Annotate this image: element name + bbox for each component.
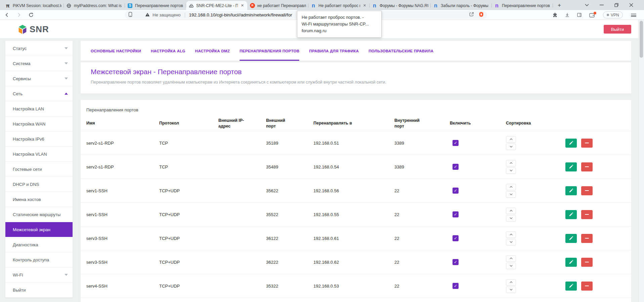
enable-checkbox[interactable]: ✓ bbox=[453, 164, 459, 170]
edit-button[interactable] bbox=[565, 210, 577, 219]
bookmark-icon[interactable] bbox=[128, 12, 132, 18]
enable-checkbox[interactable]: ✓ bbox=[453, 188, 459, 194]
sidebar-item-межсетевой-экран[interactable]: Межсетевой экран bbox=[5, 222, 73, 237]
cell-actions bbox=[553, 162, 631, 171]
remove-button[interactable] bbox=[581, 282, 593, 291]
sort-up-button[interactable] bbox=[506, 208, 516, 214]
nag-blue-favicon-icon: n bbox=[433, 3, 438, 8]
remove-button[interactable] bbox=[581, 258, 593, 267]
sidebar-item-диагностика[interactable]: Диагностика bbox=[5, 237, 73, 252]
restore-button[interactable] bbox=[609, 0, 624, 10]
sort-down-button[interactable] bbox=[506, 144, 516, 150]
browser-tab[interactable]: mylPaddress.com: What is my bbox=[64, 1, 125, 10]
sort-down-button[interactable] bbox=[506, 215, 516, 221]
sidebar-item-система[interactable]: Система bbox=[5, 56, 73, 71]
browser-tab[interactable]: n Не работает проброс п ✕ bbox=[308, 1, 370, 10]
sidebar-item-гостевые-сети[interactable]: Гостевые сети bbox=[5, 162, 73, 177]
firewall-tab[interactable]: ПРАВИЛА ДЛЯ ТРАФИКА bbox=[309, 41, 359, 61]
sidebar-item-сеть[interactable]: Сеть bbox=[5, 86, 73, 101]
back-icon[interactable] bbox=[3, 10, 11, 20]
security-status[interactable]: Не защищено bbox=[145, 12, 181, 18]
edit-button[interactable] bbox=[565, 162, 577, 171]
menu-icon[interactable] bbox=[631, 12, 636, 17]
sidebar-panel-icon[interactable] bbox=[575, 10, 583, 20]
cell-sort bbox=[506, 160, 553, 174]
browser-tab[interactable]: n Перенаправление портов bbox=[492, 1, 553, 10]
page-scrollbar[interactable] bbox=[638, 20, 644, 302]
sidebar-item-выйти[interactable]: Выйти bbox=[5, 283, 73, 298]
browser-tab[interactable]: π PiKVM Session: localhost.loc bbox=[3, 1, 64, 10]
edit-button[interactable] bbox=[565, 234, 577, 243]
share-icon[interactable] bbox=[469, 12, 474, 18]
chevron-icon bbox=[65, 62, 68, 64]
browser-tab[interactable]: n Форумы - Форумы NAG.RU bbox=[370, 1, 431, 10]
sidebar-item-настройка-ipv6[interactable]: Настройка IPv6 bbox=[5, 132, 73, 147]
firewall-tab[interactable]: НАСТРОЙКА DMZ bbox=[195, 41, 230, 61]
edit-button[interactable] bbox=[565, 186, 577, 195]
wallet-icon[interactable] bbox=[588, 10, 596, 20]
firewall-tab[interactable]: ОСНОВНЫЕ НАСТРОЙКИ bbox=[91, 41, 141, 61]
brave-shield-icon[interactable] bbox=[479, 12, 484, 18]
firewall-tab[interactable]: ПЕРЕНАПРАВЛЕНИЯ ПОРТОВ bbox=[240, 41, 299, 61]
firewall-tab[interactable]: ПОЛЬЗОВАТЕЛЬСКИЕ ПРАВИЛА bbox=[369, 41, 433, 61]
tab-search-chevron-icon[interactable] bbox=[579, 0, 594, 10]
vpn-button[interactable]: VPN bbox=[603, 11, 623, 18]
sort-down-button[interactable] bbox=[506, 287, 516, 293]
browser-tab[interactable]: n Забыли пароль - Форумы bbox=[431, 1, 492, 10]
tooltip-line-3: forum.nag.ru bbox=[302, 28, 377, 34]
sort-down-button[interactable] bbox=[506, 191, 516, 198]
firewall-tab[interactable]: НАСТРОЙКА ALG bbox=[151, 41, 185, 61]
minimize-button[interactable] bbox=[594, 0, 609, 10]
sidebar-item-имена-хостов[interactable]: Имена хостов bbox=[5, 192, 73, 207]
sidebar-item-статические-маршруты[interactable]: Статические маршруты bbox=[5, 207, 73, 222]
browser-tab[interactable]: SNR-CPE-ME2-Lite - Пе ✕ bbox=[186, 1, 247, 10]
new-tab-button[interactable]: + bbox=[555, 1, 564, 10]
remove-button[interactable] bbox=[581, 139, 593, 148]
sort-down-button[interactable] bbox=[506, 167, 516, 174]
sidebar-item-статус[interactable]: Статус bbox=[5, 41, 73, 56]
remove-button[interactable] bbox=[581, 186, 593, 195]
sort-up-button[interactable] bbox=[506, 160, 516, 166]
remove-button[interactable] bbox=[581, 162, 593, 171]
sidebar-item-настройка-vlan[interactable]: Настройка VLAN bbox=[5, 147, 73, 162]
browser-tab[interactable]: Я не работает Перенаправле bbox=[247, 1, 308, 10]
edit-button[interactable] bbox=[565, 282, 577, 291]
forward-icon[interactable] bbox=[15, 10, 23, 20]
close-window-button[interactable] bbox=[624, 0, 639, 10]
column-header: Сортировка bbox=[506, 120, 553, 126]
tab-close-icon[interactable]: ✕ bbox=[240, 3, 245, 8]
sort-up-button[interactable] bbox=[506, 255, 516, 262]
sidebar-item-wi-fi[interactable]: Wi-Fi bbox=[5, 267, 73, 283]
downloads-icon[interactable] bbox=[563, 10, 571, 20]
sort-up-button[interactable] bbox=[506, 279, 516, 286]
enable-checkbox[interactable]: ✓ bbox=[453, 259, 459, 265]
scrollbar-thumb[interactable] bbox=[640, 21, 643, 58]
sidebar-item-контроль-доступа[interactable]: Контроль доступа bbox=[5, 252, 73, 267]
edit-button[interactable] bbox=[565, 258, 577, 267]
enable-checkbox[interactable]: ✓ bbox=[453, 235, 459, 241]
enable-checkbox[interactable]: ✓ bbox=[453, 211, 459, 217]
tab-hover-tooltip: Не работает проброс портов. - Wi-Fi марш… bbox=[297, 11, 382, 38]
table-row: serv1-SSH TCP+UDP 35622 192.168.0.56 22 … bbox=[81, 179, 631, 203]
sort-up-button[interactable] bbox=[506, 136, 516, 143]
sort-up-button[interactable] bbox=[506, 232, 516, 238]
enable-checkbox[interactable]: ✓ bbox=[453, 283, 459, 289]
sort-up-button[interactable] bbox=[506, 184, 516, 190]
sidebar-item-label: Настройка LAN bbox=[13, 106, 68, 111]
remove-button[interactable] bbox=[581, 210, 593, 219]
browser-tab[interactable]: S Перенаправление портов bbox=[125, 1, 186, 10]
reload-icon[interactable] bbox=[27, 10, 35, 20]
sort-down-button[interactable] bbox=[506, 263, 516, 269]
enable-checkbox[interactable]: ✓ bbox=[453, 140, 459, 146]
sidebar-item-настройка-lan[interactable]: Настройка LAN bbox=[5, 101, 73, 116]
sidebar-item-сервисы[interactable]: Сервисы bbox=[5, 71, 73, 86]
edit-button[interactable] bbox=[565, 139, 577, 148]
tab-close-icon[interactable]: ✕ bbox=[362, 3, 367, 8]
sidebar-item-dhcp-и-dns[interactable]: DHCP и DNS bbox=[5, 177, 73, 192]
sidebar-item-настройка-wan[interactable]: Настройка WAN bbox=[5, 116, 73, 132]
cell-redirect-to: 192.168.0.55 bbox=[313, 212, 394, 217]
extensions-puzzle-icon[interactable] bbox=[551, 10, 559, 20]
remove-button[interactable] bbox=[581, 234, 593, 243]
logout-button[interactable]: Выйти bbox=[604, 25, 631, 34]
sort-down-button[interactable] bbox=[506, 239, 516, 245]
